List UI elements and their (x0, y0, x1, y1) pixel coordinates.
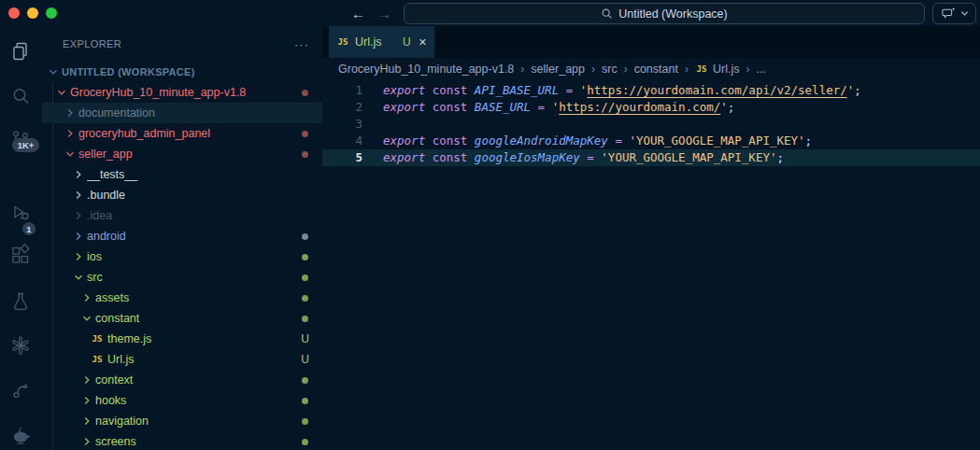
openai-icon[interactable] (9, 334, 32, 357)
breadcrumb-item[interactable]: seller_app (531, 63, 585, 76)
search-view-icon[interactable] (9, 85, 32, 107)
tree-item-url-js[interactable]: JSUrl.jsU (42, 349, 322, 370)
breadcrumb-item[interactable]: JSUrl.js (695, 63, 739, 76)
tab-urljs[interactable]: JS Url.js U ✕ (329, 26, 434, 58)
code-line-3[interactable]: 3 (322, 116, 980, 133)
workspace-title: Untitled (Workspace) (618, 7, 727, 21)
git-untracked-badge: U (403, 35, 411, 49)
search-icon (601, 7, 613, 20)
code-line-5[interactable]: 5export const googleIosMapKey = 'YOUR_GO… (322, 149, 980, 166)
status-dot (302, 418, 308, 425)
code-line-content: export const googleAndroidMapKey = 'YOUR… (362, 133, 812, 149)
copilot-button[interactable] (932, 3, 976, 24)
code-token: export (383, 83, 425, 97)
breadcrumb-separator: › (591, 63, 595, 76)
maximize-window-button[interactable] (46, 7, 57, 19)
code-token: const (433, 100, 468, 114)
git-untracked-badge: U (301, 353, 309, 366)
forward-button[interactable]: → (377, 6, 391, 21)
tree-item-seller-app[interactable]: seller_app (42, 144, 322, 164)
chevron-down-icon (57, 88, 66, 97)
tree-item-screens[interactable]: screens (42, 431, 322, 450)
tree-item-label: screens (95, 435, 298, 448)
extensions-icon[interactable] (9, 244, 32, 266)
tab-bar: JS Url.js U ✕ (322, 26, 980, 58)
line-number: 4 (322, 133, 362, 149)
vscode-window: ← → Untitled (Workspace) (0, 0, 980, 450)
tree-item-label: android (87, 230, 298, 243)
breadcrumb-item[interactable]: constant (634, 63, 678, 76)
run-debug-icon[interactable] (9, 202, 32, 224)
testing-flask-icon[interactable] (9, 290, 32, 313)
back-button[interactable]: ← (351, 6, 365, 21)
tree-item-navigation[interactable]: navigation (42, 411, 322, 431)
code-token (467, 83, 475, 97)
line-number: 1 (322, 82, 362, 99)
breadcrumb-separator: › (685, 63, 689, 76)
js-file-icon: JS (695, 64, 708, 74)
line-number: 3 (322, 116, 362, 133)
code-token: ; (854, 83, 861, 97)
tree-item-constant[interactable]: constant (42, 308, 322, 329)
tree-item-theme-js[interactable]: JStheme.jsU (42, 329, 322, 349)
explorer-icon[interactable] (9, 40, 32, 63)
code-token: googleAndroidMapKey (475, 134, 608, 148)
tree-item-assets[interactable]: assets (42, 288, 322, 308)
code-token: 'YOUR_GOOGLE_MAP_API_KEY' (629, 134, 804, 148)
code-token: https://yourdomain.com/api/v2/seller/ (587, 83, 846, 97)
tree-item--tests-[interactable]: __tests__ (42, 164, 322, 185)
breadcrumb-item[interactable]: GroceryHub_10_minute_app-v1.8 (338, 63, 514, 76)
breadcrumb-separator: › (520, 63, 524, 76)
breadcrumb-separator: › (746, 63, 749, 76)
close-window-button[interactable] (8, 7, 20, 19)
breadcrumb-item[interactable]: ... (756, 63, 765, 76)
code-line-content: export const BASE_URL = 'https://yourdom… (362, 99, 734, 116)
tree-item--idea[interactable]: .idea (42, 205, 322, 226)
chevron-down-icon (49, 67, 58, 77)
tree-item-ios[interactable]: ios (42, 246, 322, 267)
code-token: ; (805, 134, 813, 148)
chevron-right-icon (82, 375, 92, 385)
tree-item-label: .bundle (87, 189, 311, 202)
close-tab-icon[interactable]: ✕ (419, 36, 427, 49)
breadcrumb-label: seller_app (531, 63, 585, 76)
code-token (425, 83, 433, 97)
chevron-down-icon (74, 273, 83, 282)
explorer-title: EXPLORER (63, 38, 294, 49)
js-file-icon: JS (91, 334, 104, 344)
chevron-right-icon (74, 252, 83, 261)
breadcrumb-separator: › (624, 63, 628, 76)
code-line-2[interactable]: 2export const BASE_URL = 'https://yourdo… (322, 99, 980, 116)
tree-item-android[interactable]: android (42, 226, 322, 246)
more-actions-icon[interactable]: ··· (294, 37, 309, 51)
tree-item-documentation[interactable]: documentation (42, 103, 322, 123)
minimize-window-button[interactable] (27, 7, 38, 19)
editor-group: JS Url.js U ✕ GroceryHub_10_minute_app-v… (322, 26, 980, 450)
tree-item-label: constant (95, 312, 298, 325)
genie-lamp-icon[interactable] (9, 424, 32, 446)
status-dot (302, 439, 308, 445)
tree-item-label: assets (95, 291, 298, 304)
status-dot (302, 316, 308, 322)
code-token: ' (720, 100, 728, 114)
code-editor[interactable]: 1export const API_BASE_URL = 'https://yo… (322, 80, 980, 166)
tree-item-context[interactable]: context (42, 370, 322, 390)
code-line-content (362, 116, 383, 133)
tree-item-src[interactable]: src (42, 267, 322, 288)
tree-item-label: documentation (78, 106, 311, 120)
breadcrumb-item[interactable]: src (602, 63, 618, 76)
workspace-root-row[interactable]: UNTITLED (WORKSPACE) (42, 62, 322, 82)
tree-item-label: __tests__ (87, 168, 311, 181)
copilot-chat-icon (941, 6, 957, 21)
share-arrow-icon[interactable] (9, 379, 32, 401)
code-token: = (608, 134, 630, 148)
chevron-right-icon (82, 396, 92, 405)
command-center-search[interactable]: Untitled (Workspace) (404, 3, 925, 24)
tree-item-hooks[interactable]: hooks (42, 390, 322, 411)
tree-item--bundle[interactable]: .bundle (42, 185, 322, 205)
tree-item-groceryhub-10-minute-app-v1-8[interactable]: GroceryHub_10_minute_app-v1.8 (42, 82, 322, 103)
tree-item-groceryhub-admin-panel[interactable]: groceryhub_admin_panel (42, 123, 322, 144)
code-line-4[interactable]: 4export const googleAndroidMapKey = 'YOU… (322, 133, 980, 149)
chevron-right-icon (74, 170, 83, 179)
code-line-1[interactable]: 1export const API_BASE_URL = 'https://yo… (322, 82, 980, 99)
